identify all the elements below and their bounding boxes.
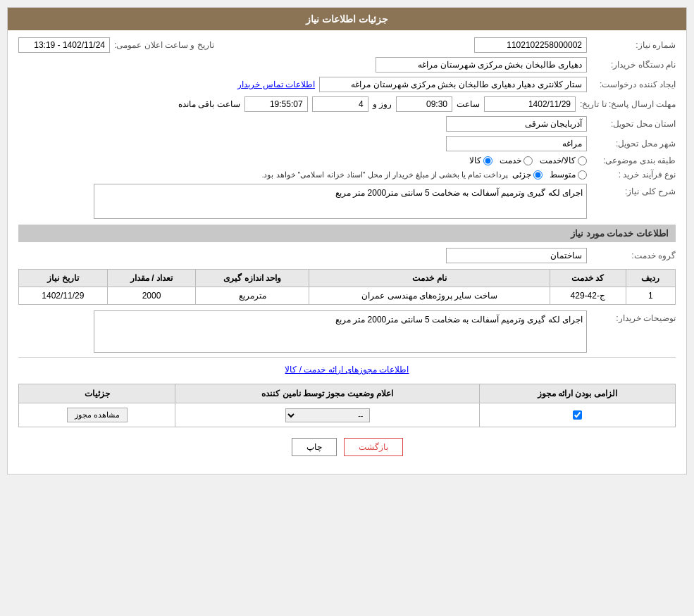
ostan-row: استان محل تحویل: آذربایجان شرقی [18,116,676,132]
creator-row: ایجاد کننده درخواست: ستار کلانتری دهیار … [18,77,676,92]
cell-vahed: مترمربع [196,287,309,305]
perm-th-elzami: الزامی بودن ارائه مجوز [479,384,675,403]
tabaghe-row: طبقه بندی موضوعی: کالا/خدمت خدمت کالا [18,156,676,165]
khadamat-section-title: اطلاعات خدمات مورد نیاز [18,225,676,242]
name-dastgah-row: نام دستگاه خریدار: دهیاری طالبخان بخش مر… [18,57,676,73]
sharh-niaz-row: شرح کلی نیاز: اجرای لکه گیری وترمیم آسفا… [18,184,676,219]
radio-motavset: متوسط [550,170,587,180]
mohlat-date: 1402/11/29 [484,96,576,112]
farayand-radio-group: متوسط جزئی [512,170,587,180]
mohlat-remaining: 19:55:07 [244,96,308,112]
radio-kala-khedmat-label: کالا/خدمت [540,156,576,165]
radio-kala-label: کالا [469,156,481,165]
noe-farayand-label: نوع فرآیند خرید : [591,170,676,180]
cell-radif: 1 [626,287,675,305]
mohlat-saat: 09:30 [396,96,452,112]
radio-khedmat-label: خدمت [500,156,521,165]
shahr-row: شهر محل تحویل: مراغه [18,136,676,151]
sharh-niaz-value: اجرای لکه گیری وترمیم آسفالت به ضخامت 5 … [94,184,587,219]
farayand-note: پرداخت تمام یا بخشی از مبلغ خریدار از مح… [261,170,508,180]
cell-code: ج-42-429 [550,287,626,305]
tarikh-label: تاریخ و ساعت اعلان عمومی: [114,40,214,50]
th-tarikh: تاریخ نیاز [19,270,108,287]
gerohe-khedmat-row: گروه خدمت: ساختمان [18,248,676,263]
page-wrapper: جزئیات اطلاعات نیاز شماره نیاز: 11021022… [0,0,694,616]
mohlat-roz: 4 [312,96,368,112]
mohlat-roz-label: روز و [373,99,392,109]
mohlat-row: مهلت ارسال پاسخ: تا تاریخ: 1402/11/29 سا… [18,96,676,112]
tabaghe-radio-group: کالا/خدمت خدمت کالا [469,156,587,165]
shomara-tarikh-row: شماره نیاز: 1102102258000002 تاریخ و ساع… [18,37,676,53]
view-perm-button[interactable]: مشاهده مجوز [67,408,128,422]
tarikh-value: 1402/11/24 - 13:19 [18,37,110,53]
perm-th-joziyat: جزئیات [19,384,175,403]
creator-value: ستار کلانتری دهیار دهیاری طالبخان بخش مر… [319,77,587,92]
perm-cell-elam: -- [175,403,479,427]
cell-tarikh: 1402/11/29 [19,287,108,305]
page-title: جزئیات اطلاعات نیاز [306,13,388,25]
tosihaat-value: اجرای لکه گیری وترمیم آسفالت به ضخامت 5 … [94,310,587,353]
gerohe-khedmat-label: گروه خدمت: [591,251,676,260]
radio-kala-input[interactable] [483,156,492,165]
name-dastgah-label: نام دستگاه خریدار: [591,60,676,70]
shahr-value: مراغه [446,136,587,151]
th-vahed: واحد اندازه گیری [196,270,309,287]
ostan-label: استان محل تحویل: [591,119,676,129]
perm-row: -- مشاهده مجوز [19,403,676,427]
perm-th-elam: اعلام وضعیت مجوز توسط نامین کننده [175,384,479,403]
radio-kala: کالا [469,156,492,165]
radio-khedmat: خدمت [500,156,533,165]
cell-tedad: 2000 [107,287,196,305]
perm-cell-joziyat: مشاهده مجوز [19,403,175,427]
radio-jozee-label: جزئی [512,170,531,180]
sharh-niaz-label: شرح کلی نیاز: [591,184,676,196]
mohlat-saat-label: ساعت [457,99,480,109]
main-card: جزئیات اطلاعات نیاز شماره نیاز: 11021022… [7,7,687,474]
creator-link[interactable]: اطلاعات تماس خریدار [237,80,315,89]
creator-label: ایجاد کننده درخواست: [591,80,676,89]
cell-name: ساخت سایر پروژه‌های مهندسی عمران [309,287,550,305]
elzami-checkbox[interactable] [573,410,582,420]
footer-buttons: بازگشت چاپ [18,438,676,456]
mohlat-remaining-label: ساعت باقی مانده [178,99,240,109]
shomara-niaz-value: 1102102258000002 [474,37,587,53]
print-button[interactable]: چاپ [292,438,337,456]
th-tedad: تعداد / مقدار [107,270,196,287]
ostan-value: آذربایجان شرقی [446,116,587,132]
th-code: کد خدمت [550,270,626,287]
majozha-link-text: اطلاعات مجوزهای ارائه خدمت / کالا [285,365,409,375]
card-body: شماره نیاز: 1102102258000002 تاریخ و ساع… [8,30,686,474]
tosihaat-label: توضیحات خریدار: [591,310,676,323]
shomara-niaz-label: شماره نیاز: [591,40,676,50]
radio-khedmat-input[interactable] [523,156,533,165]
radio-kala-khedmat: کالا/خدمت [540,156,587,165]
elam-select[interactable]: -- [285,408,370,422]
card-header: جزئیات اطلاعات نیاز [8,8,686,30]
radio-motavset-input[interactable] [578,170,587,180]
divider1 [18,357,676,358]
perm-cell-elzami [479,403,675,427]
tosihaat-row: توضیحات خریدار: اجرای لکه گیری وترمیم آس… [18,310,676,353]
radio-kala-khedmat-input[interactable] [578,156,587,165]
noe-farayand-row: نوع فرآیند خرید : متوسط جزئی پرداخت تمام… [18,170,676,180]
perm-table: الزامی بودن ارائه مجوز اعلام وضعیت مجوز … [18,384,676,427]
radio-jozee: جزئی [512,170,543,180]
back-button[interactable]: بازگشت [344,438,403,456]
table-row: 1 ج-42-429 ساخت سایر پروژه‌های مهندسی عم… [19,287,676,305]
tabaghe-label: طبقه بندی موضوعی: [591,156,676,165]
majozha-link[interactable]: اطلاعات مجوزهای ارائه خدمت / کالا [18,361,676,378]
th-radif: ردیف [626,270,675,287]
radio-motavset-label: متوسط [550,170,576,180]
radio-jozee-input[interactable] [533,170,543,180]
mohlat-label: مهلت ارسال پاسخ: تا تاریخ: [580,99,676,109]
name-dastgah-value: دهیاری طالبخان بخش مرکزی شهرستان مراغه [376,57,587,73]
services-table: ردیف کد خدمت نام خدمت واحد اندازه گیری ت… [18,269,676,305]
th-name: نام خدمت [309,270,550,287]
gerohe-khedmat-value: ساختمان [446,248,587,263]
shahr-label: شهر محل تحویل: [591,139,676,149]
